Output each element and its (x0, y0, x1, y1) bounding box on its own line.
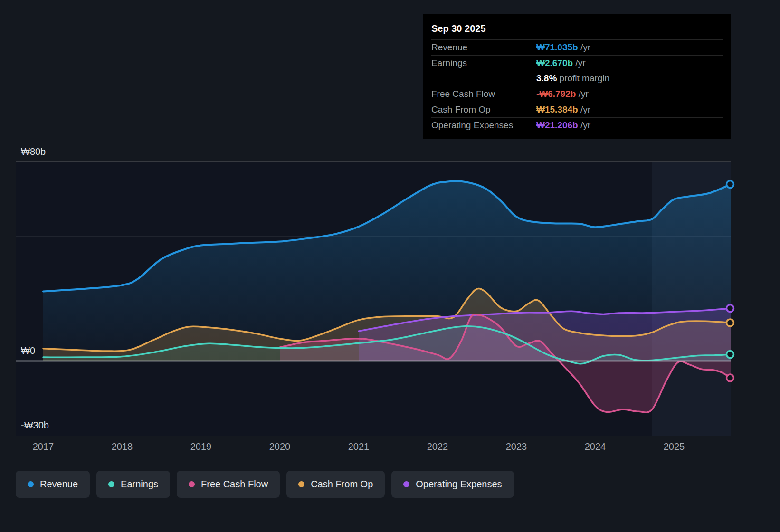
earnings-dot-icon (108, 481, 114, 487)
tooltip-value-cell: -₩6.792b /yr (536, 89, 723, 99)
tooltip-value: ₩15.384b (536, 104, 578, 114)
tooltip-value-cell: ₩15.384b /yr (536, 104, 723, 115)
legend-label: Free Cash Flow (201, 479, 268, 490)
tooltip-value: -₩6.792b (536, 89, 576, 99)
legend-label: Cash From Op (311, 479, 373, 490)
tooltip-value: ₩21.206b (536, 120, 578, 130)
cash-from-op-endpoint-marker (727, 319, 734, 326)
x-axis-label-2019: 2019 (190, 441, 212, 452)
free-cash-flow-dot-icon (189, 481, 195, 487)
tooltip-value-cell: ₩71.035b /yr (536, 42, 723, 53)
y-axis-label--30: -₩30b (21, 420, 49, 431)
revenue-endpoint-marker (727, 180, 734, 188)
page: ₩80b₩0-₩30b20172018201920202021202220232… (0, 0, 780, 532)
tooltip-rows: Revenue₩71.035b /yrEarnings₩2.670b /yr3.… (431, 39, 723, 133)
tooltip-row-free-cash-flow: Free Cash Flow-₩6.792b /yr (431, 86, 723, 102)
free-cash-flow-endpoint-marker (727, 374, 734, 381)
tooltip-value: ₩71.035b (536, 42, 578, 52)
x-axis-label-2023: 2023 (506, 441, 527, 452)
y-axis-label-80: ₩80b (21, 146, 46, 157)
tooltip-row-revenue: Revenue₩71.035b /yr (431, 39, 723, 55)
y-axis-label-0: ₩0 (21, 345, 35, 356)
tooltip-value-cell: ₩2.670b /yr (536, 58, 723, 68)
legend-label: Operating Expenses (416, 479, 502, 490)
tooltip-label: Cash From Op (431, 104, 536, 115)
tooltip-row-cash-from-op: Cash From Op₩15.384b /yr (431, 102, 723, 117)
tooltip-row-earnings: Earnings₩2.670b /yr (431, 55, 723, 71)
legend-label: Earnings (121, 479, 158, 490)
x-axis-label-2017: 2017 (33, 441, 54, 452)
x-axis-label-2018: 2018 (112, 441, 133, 452)
tooltip-row-profit-margin: 3.8% profit margin (431, 71, 723, 86)
tooltip-row-operating-expenses: Operating Expenses₩21.206b /yr (431, 117, 723, 133)
legend-item-cash-from-op[interactable]: Cash From Op (286, 471, 385, 498)
tooltip-suffix: /yr (578, 120, 590, 130)
tooltip-value: 3.8% (536, 73, 557, 83)
chart-tooltip: Sep 30 2025 Revenue₩71.035b /yrEarnings₩… (423, 14, 731, 139)
x-axis-label-2025: 2025 (664, 441, 685, 452)
tooltip-label: Operating Expenses (431, 120, 536, 131)
tooltip-suffix: /yr (578, 104, 590, 114)
earnings-endpoint-marker (727, 351, 734, 358)
operating-expenses-endpoint-marker (727, 304, 734, 312)
legend-item-revenue[interactable]: Revenue (16, 471, 90, 498)
tooltip-label: Earnings (431, 58, 536, 68)
legend-label: Revenue (40, 479, 78, 490)
revenue-dot-icon (28, 481, 34, 487)
x-axis-label-2020: 2020 (269, 441, 291, 452)
tooltip-suffix: /yr (578, 42, 590, 52)
tooltip-label: Revenue (431, 42, 536, 53)
tooltip-value-cell: ₩21.206b /yr (536, 120, 723, 131)
tooltip-suffix: /yr (576, 89, 588, 99)
tooltip-date: Sep 30 2025 (431, 19, 723, 39)
tooltip-suffix: profit margin (557, 73, 609, 83)
tooltip-value-cell: 3.8% profit margin (536, 73, 723, 84)
legend-item-operating-expenses[interactable]: Operating Expenses (391, 471, 514, 498)
x-axis-label-2021: 2021 (348, 441, 370, 452)
legend-item-earnings[interactable]: Earnings (96, 471, 170, 498)
tooltip-suffix: /yr (573, 58, 585, 68)
cash-from-op-dot-icon (298, 481, 304, 487)
tooltip-label: Free Cash Flow (431, 89, 536, 99)
chart-legend: RevenueEarningsFree Cash FlowCash From O… (16, 471, 514, 498)
x-axis-label-2024: 2024 (585, 441, 606, 452)
x-axis-label-2022: 2022 (427, 441, 448, 452)
legend-item-free-cash-flow[interactable]: Free Cash Flow (177, 471, 280, 498)
operating-expenses-dot-icon (403, 481, 409, 487)
tooltip-value: ₩2.670b (536, 58, 573, 68)
